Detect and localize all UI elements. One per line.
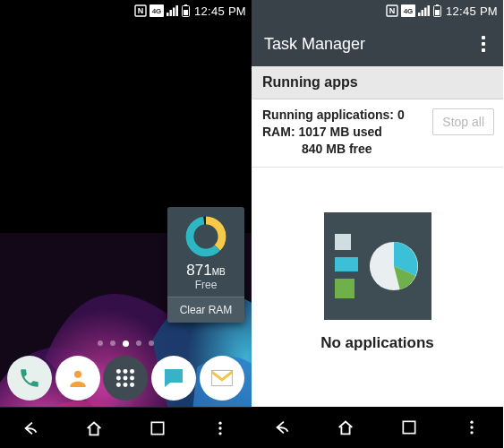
section-header: Running apps — [252, 66, 503, 99]
empty-state: No applications — [252, 168, 503, 352]
clock: 12:45 PM — [446, 4, 498, 18]
svg-point-43 — [470, 421, 473, 424]
svg-rect-35 — [421, 10, 423, 16]
menu-button[interactable] — [458, 414, 485, 441]
ram-free-value: 871MB — [173, 263, 239, 278]
messaging-app[interactable] — [151, 356, 196, 401]
svg-point-17 — [124, 369, 128, 374]
svg-rect-34 — [418, 13, 421, 16]
app-drawer[interactable] — [103, 356, 148, 401]
page-dot[interactable] — [136, 340, 141, 346]
svg-point-29 — [218, 432, 221, 435]
nav-bar — [252, 407, 503, 448]
svg-point-21 — [131, 376, 135, 381]
svg-point-16 — [116, 369, 121, 374]
ram-donut-icon — [184, 214, 228, 259]
svg-rect-6 — [173, 8, 175, 17]
stop-all-button[interactable]: Stop all — [432, 108, 494, 135]
svg-point-22 — [116, 383, 121, 387]
svg-rect-26 — [151, 422, 163, 434]
home-button[interactable] — [332, 414, 359, 441]
back-button[interactable] — [18, 415, 45, 442]
page-dot[interactable] — [149, 340, 154, 346]
svg-point-19 — [116, 376, 121, 381]
page-dot[interactable] — [110, 340, 115, 346]
clock: 12:45 PM — [194, 4, 246, 18]
page-indicator — [0, 340, 252, 347]
clear-ram-button[interactable]: Clear RAM — [167, 297, 244, 323]
overflow-menu-icon[interactable] — [473, 36, 494, 52]
status-bar: N 4G 12:45 PM — [252, 0, 503, 22]
nfc-icon: N — [386, 4, 398, 17]
homescreen: N 4G 12:45 PM — [0, 0, 252, 448]
svg-rect-10 — [184, 10, 188, 15]
svg-text:N: N — [389, 6, 396, 15]
dock — [0, 349, 252, 407]
svg-rect-5 — [169, 10, 172, 16]
svg-point-20 — [124, 376, 128, 381]
ram-widget[interactable]: 871MB Free Clear RAM — [167, 207, 244, 323]
recent-button[interactable] — [396, 414, 423, 441]
nfc-icon: N — [134, 4, 147, 17]
svg-text:N: N — [138, 6, 144, 15]
svg-rect-42 — [403, 421, 414, 433]
home-button[interactable] — [81, 415, 107, 442]
task-manager-icon — [324, 212, 431, 320]
svg-point-18 — [131, 369, 135, 374]
svg-point-28 — [218, 426, 221, 429]
task-manager-screen: N 4G 12:45 PM Task Manager Running apps … — [252, 0, 503, 448]
svg-point-27 — [218, 421, 221, 424]
svg-rect-36 — [424, 8, 427, 17]
page-dot[interactable] — [98, 340, 103, 346]
svg-rect-37 — [427, 5, 430, 16]
svg-rect-40 — [435, 10, 440, 15]
data-4g-icon: 4G — [401, 4, 415, 17]
svg-point-45 — [470, 431, 473, 434]
battery-icon — [182, 4, 190, 17]
phone-app[interactable] — [7, 356, 52, 401]
running-count: Running applications: 0 — [262, 107, 432, 124]
ram-free: 840 MB free — [262, 141, 432, 158]
nav-bar — [0, 407, 252, 448]
ram-free-label: Free — [173, 279, 239, 291]
ram-info-row: Running applications: 0 RAM: 1017 MB use… — [252, 99, 503, 168]
svg-point-44 — [470, 426, 473, 428]
battery-icon — [433, 4, 441, 17]
svg-text:4G: 4G — [152, 7, 162, 15]
app-title: Task Manager — [264, 35, 365, 54]
svg-point-15 — [74, 371, 81, 378]
svg-point-23 — [124, 383, 128, 387]
empty-label: No applications — [320, 334, 434, 352]
signal-icon — [418, 5, 431, 16]
back-button[interactable] — [269, 414, 296, 441]
svg-point-24 — [131, 383, 135, 387]
data-4g-icon: 4G — [149, 4, 164, 17]
svg-text:4G: 4G — [404, 7, 414, 15]
recent-button[interactable] — [144, 415, 171, 442]
menu-button[interactable] — [207, 415, 234, 442]
signal-icon — [167, 5, 179, 16]
ram-used: RAM: 1017 MB used — [262, 124, 432, 141]
email-app[interactable] — [200, 356, 244, 401]
app-bar: Task Manager — [252, 22, 503, 66]
status-bar: N 4G 12:45 PM — [0, 0, 252, 22]
svg-rect-7 — [175, 5, 178, 16]
svg-rect-4 — [167, 13, 169, 16]
contacts-app[interactable] — [56, 356, 100, 401]
page-dot-active[interactable] — [123, 340, 129, 347]
